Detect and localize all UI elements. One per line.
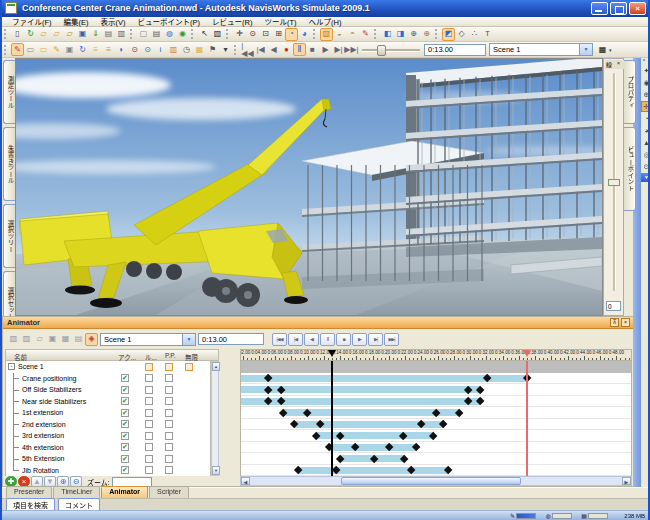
menu-item-0[interactable]: ファイル(F) (6, 16, 58, 27)
checkbox[interactable] (165, 397, 173, 405)
refresh-icon[interactable]: ↻ (24, 28, 37, 41)
clock-icon[interactable]: ◷ (180, 43, 193, 56)
checkbox[interactable] (165, 409, 173, 417)
checkbox[interactable] (165, 443, 173, 451)
properties-tab[interactable]: プロパティ (624, 60, 636, 124)
comment-snapshot-icon[interactable]: ▣ (63, 43, 76, 56)
checkbox[interactable] (145, 409, 153, 417)
zoom-tool-icon[interactable]: ⊙ (246, 28, 259, 41)
tree-row[interactable]: Off Side Stabilizers (6, 384, 210, 396)
scene-folder-icon[interactable]: ▱ (33, 333, 46, 346)
checkbox[interactable] (165, 363, 173, 371)
menu-item-2[interactable]: 表示(V) (95, 16, 132, 27)
step-forward-icon[interactable]: ▶| (332, 43, 345, 56)
column-header-3[interactable]: P.P. (165, 352, 176, 359)
tab-scripter[interactable]: Scripter (149, 486, 189, 498)
web-link-icon[interactable]: ◍ (163, 28, 176, 41)
active-checkbox[interactable] (121, 397, 129, 405)
measure-tools-tab[interactable]: 測定ツール (3, 60, 15, 124)
merge-file-icon[interactable]: ▱ (63, 28, 76, 41)
active-checkbox[interactable] (121, 409, 129, 417)
checkbox[interactable] (145, 443, 153, 451)
pin-icon[interactable]: ⊼ (610, 318, 619, 327)
timeline-track[interactable] (241, 430, 631, 442)
pause-icon[interactable]: Ⅱ (293, 43, 306, 56)
export-drop-icon[interactable]: ▾ (609, 47, 612, 53)
find-icon[interactable]: ⊙ (128, 43, 141, 56)
hscroll-thumb[interactable] (341, 477, 521, 485)
step-back-icon[interactable]: |◀ (254, 43, 267, 56)
section-cube-icon[interactable]: ◨ (394, 28, 407, 41)
anim-play-icon[interactable]: ▶ (352, 333, 367, 346)
fly-tool-icon[interactable]: ▲ (641, 137, 650, 148)
keyframe-diamond[interactable] (455, 408, 464, 417)
add-comment-icon[interactable]: ▭ (37, 43, 50, 56)
checkbox[interactable] (145, 420, 153, 428)
anim-go-to-start-icon[interactable]: |◀◀ (272, 333, 287, 346)
viewpoints-tab[interactable]: ビューポイント (624, 127, 636, 211)
timeline-ruler[interactable]: 0:02.000:04.000:06.000:08.000:10.000:12.… (240, 349, 632, 361)
animation-bar[interactable] (316, 432, 433, 439)
viewport-3d[interactable] (15, 58, 603, 316)
find-comments-icon[interactable]: ⊙ (141, 43, 154, 56)
end-marker[interactable] (526, 361, 528, 476)
chat-icon[interactable]: ◗ (115, 43, 128, 56)
active-checkbox[interactable] (121, 432, 129, 440)
checkbox[interactable] (165, 374, 173, 382)
pan-tool-icon[interactable]: ✛ (233, 28, 246, 41)
playhead-handle[interactable] (328, 350, 336, 357)
close-button[interactable]: × (629, 2, 646, 15)
checkbox[interactable] (145, 466, 153, 474)
close-icon[interactable]: × (615, 60, 622, 67)
add-camera-icon[interactable]: ▣ (46, 333, 59, 346)
tree-scrollbar[interactable]: ▲ ▼ (211, 361, 219, 476)
tree-row[interactable]: 1st extension (6, 407, 210, 419)
view-comments-icon[interactable]: ▭ (24, 43, 37, 56)
tree-row[interactable]: 4th extension (6, 442, 210, 454)
focus-icon[interactable]: ⊕ (420, 28, 433, 41)
timeline-track[interactable] (241, 361, 631, 373)
checkbox[interactable] (145, 374, 153, 382)
stop-icon[interactable]: ■ (306, 43, 319, 56)
info-icon[interactable]: i (154, 43, 167, 56)
pivot-icon[interactable]: ⊕ (407, 28, 420, 41)
add-section-icon[interactable]: ▤ (72, 333, 85, 346)
play-icon[interactable]: ▶ (319, 43, 332, 56)
append-file-icon[interactable]: ▱ (50, 28, 63, 41)
go-to-start-icon[interactable]: |◀◀ (241, 43, 254, 56)
timeline-track[interactable] (241, 396, 631, 408)
task-list-icon[interactable]: ≡ (89, 43, 102, 56)
animator-time-field[interactable] (198, 333, 264, 345)
scene-selector[interactable]: Scene 1 ▼ (489, 43, 593, 56)
plot-icon[interactable]: ▤ (150, 28, 163, 41)
timeline-track[interactable] (241, 442, 631, 454)
add-scene-icon[interactable]: ▧ (7, 333, 20, 346)
zoom-nav-icon[interactable]: ⊕ (641, 89, 650, 100)
pan-nav-icon[interactable]: ✛ (641, 101, 650, 112)
copy-scene-icon[interactable]: ▨ (20, 333, 33, 346)
animator-scene-selector[interactable]: Scene 1 ▼ (100, 333, 196, 346)
scroll-down-icon[interactable]: ▼ (212, 466, 220, 475)
edit-comment-icon[interactable]: ✎ (50, 43, 63, 56)
flag-drop-icon[interactable]: ▾ (219, 43, 232, 56)
active-checkbox[interactable] (121, 443, 129, 451)
anim-pause-icon[interactable]: Ⅱ (320, 333, 335, 346)
redline-pencil-icon[interactable]: ✎ (11, 43, 24, 56)
help-icon[interactable]: ◉ (176, 28, 189, 41)
redline-marker-icon[interactable]: ✎ (359, 28, 372, 41)
tab-timeliner[interactable]: TimeLiner (53, 486, 100, 498)
schedule-icon[interactable]: ▦ (193, 43, 206, 56)
checkbox[interactable] (165, 455, 173, 463)
print-preview-icon[interactable]: ▥ (115, 28, 128, 41)
tab-animator[interactable]: Animator (101, 486, 148, 498)
snapshot-icon[interactable]: ▢ (137, 28, 150, 41)
play-reverse-icon[interactable]: ◀ (267, 43, 280, 56)
publish-icon[interactable]: ⇓ (89, 28, 102, 41)
timeline-hscrollbar[interactable]: ◀ ▶ (240, 476, 632, 486)
animator-title-bar[interactable]: Animator (3, 317, 633, 329)
checkbox[interactable] (165, 386, 173, 394)
chevron-down-icon[interactable]: ▼ (579, 44, 592, 55)
active-checkbox[interactable] (121, 374, 129, 382)
workspace-icon[interactable]: ◩ (442, 28, 455, 41)
anim-step-forward-icon[interactable]: ▶| (368, 333, 383, 346)
